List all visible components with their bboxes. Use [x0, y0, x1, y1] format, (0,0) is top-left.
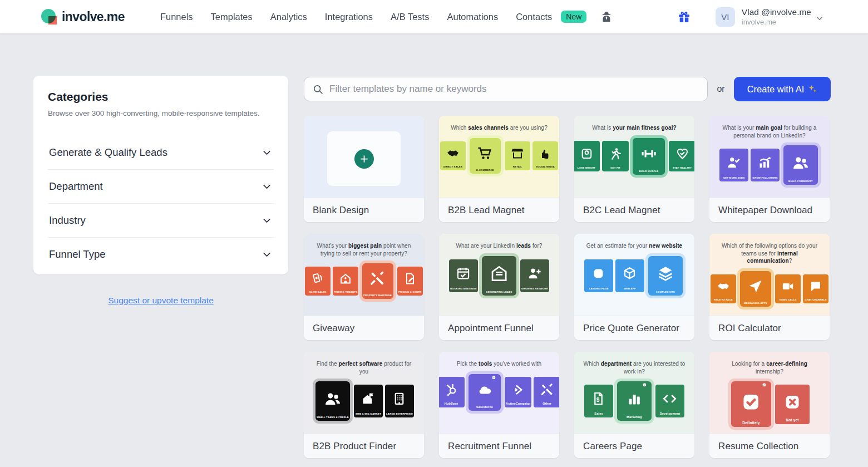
template-card-footer: Recruitment Funnel: [439, 434, 559, 458]
involve-me-logo[interactable]: involve.me: [41, 7, 125, 26]
user-avatar[interactable]: VI: [716, 7, 735, 27]
tile-label: Not yet: [776, 418, 808, 422]
suggest-link-wrap: Suggest or upvote template: [33, 296, 288, 306]
tile-hubspot: HubSpot: [439, 377, 465, 407]
brand-wordmark: involve.me: [62, 9, 125, 24]
search-row: or Create with AI: [304, 77, 831, 101]
template-card-careers-page[interactable]: Which department are you interested to w…: [574, 352, 694, 458]
template-card-whitepaper-download[interactable]: What is your main goal for building a pe…: [709, 116, 830, 222]
template-preview: Which of the following options do your t…: [709, 234, 830, 316]
tile-label: VIDEO CALLS: [776, 298, 800, 301]
template-card-footer: Price Quote Generator: [574, 316, 694, 340]
tile-label: PROPERTY MAINTENANCE: [363, 294, 392, 297]
tile-layers: COMPLEX SITE: [648, 256, 683, 296]
tile-label: FINDING TENANTS: [334, 291, 357, 293]
tile-runner: GET FIT: [602, 141, 629, 171]
tile-check-card: Definitely: [731, 381, 771, 427]
check-badge-icon: [492, 376, 499, 383]
categories-title: Categories: [48, 90, 274, 104]
chevron-down-icon[interactable]: [815, 13, 825, 23]
tile-person-plus: GROWING NETWORK: [520, 259, 549, 292]
template-card-footer: B2C Lead Magnet: [574, 198, 694, 222]
template-card-b2b-lead-magnet[interactable]: Which sales channels are you using?DIREC…: [439, 116, 559, 222]
tile-label: GET FIT: [603, 166, 628, 169]
template-preview: Find the perfect software product for yo…: [304, 352, 424, 434]
template-card-appointment-funnel[interactable]: What are your LinkedIn leads for?BOOKING…: [439, 234, 559, 340]
tile-code: Development: [655, 385, 684, 417]
detective-icon[interactable]: [600, 10, 613, 23]
tile-label: SLOW SALES: [306, 291, 329, 293]
tile-mail-open: GENERATING LEADS: [482, 256, 516, 296]
template-card-resume-collection[interactable]: Looking for a career-defining internship…: [709, 352, 830, 458]
new-badge: New: [561, 11, 586, 23]
tile-label: ActiveCampaign: [506, 402, 530, 405]
template-title: Recruitment Funnel: [448, 441, 531, 452]
nav-item-integrations[interactable]: Integrations: [325, 12, 373, 22]
category-label: Generate & Qualify Leads: [49, 146, 167, 159]
template-preview: Which department are you interested to w…: [574, 352, 694, 434]
gift-icon[interactable]: [677, 10, 691, 24]
template-card-blank-design[interactable]: Blank Design: [304, 116, 424, 222]
tile-label: SMALL TEAMS & FREELANCERS: [317, 416, 349, 419]
preview-question: Find the perfect software product for yo…: [313, 360, 415, 375]
tile-tools: PROPERTY MAINTENANCE: [362, 263, 393, 299]
template-title: B2B Lead Magnet: [448, 205, 525, 216]
categories-panel: Categories Browse over 300 high-converti…: [33, 76, 288, 274]
template-card-footer: Giveaway: [304, 316, 424, 340]
category-section-department[interactable]: Department: [48, 169, 274, 203]
chevron-down-icon: [261, 215, 273, 227]
tile-label: LANDING PAGE: [585, 287, 612, 290]
tile-dumbbell: BUILD MUSCLE: [633, 138, 665, 175]
nav-item-contacts[interactable]: Contacts: [516, 12, 552, 22]
tile-calendar-check: BOOKING MEETINGS: [449, 259, 478, 292]
template-card-recruitment-funnel[interactable]: Pick the tools you've worked withHubSpot…: [439, 352, 559, 458]
tile-label: LOSE WEIGHT: [574, 166, 599, 169]
template-card-roi-calculator[interactable]: Which of the following options do your t…: [709, 234, 830, 340]
tile-scale: LOSE WEIGHT: [574, 141, 600, 171]
user-menu[interactable]: Vlad @involve.me involve.me: [742, 7, 811, 26]
tile-invoice: $Sales: [584, 385, 613, 417]
suggest-upvote-link[interactable]: Suggest or upvote template: [108, 296, 214, 305]
nav-item-analytics[interactable]: Analytics: [270, 12, 307, 22]
logo-icon: [41, 7, 58, 26]
tile-thumb-up: SOCIAL MEDIA: [532, 141, 558, 170]
create-with-ai-button[interactable]: Create with AI: [734, 77, 831, 101]
tile-label: WEB APP: [617, 287, 643, 290]
template-card-price-quote-generator[interactable]: Get an estimate for your new websiteLAND…: [574, 234, 694, 340]
category-section-generate-qualify-leads[interactable]: Generate & Qualify Leads: [48, 136, 274, 169]
tile-label: GET MORE JOBS: [721, 176, 747, 179]
preview-question: What is your main goal for building a pe…: [718, 124, 821, 139]
tile-cube: WEB APP: [615, 259, 644, 292]
tile-label: Salesforce: [470, 405, 500, 409]
tile-label: FACE TO FACE: [712, 298, 735, 301]
category-label: Industry: [49, 214, 86, 227]
nav-item-templates[interactable]: Templates: [211, 12, 253, 22]
chevron-down-icon: [261, 249, 273, 260]
category-section-funnel-type[interactable]: Funnel Type: [48, 237, 274, 271]
template-preview: What are your LinkedIn leads for?BOOKING…: [439, 234, 559, 316]
tile-handshake: FACE TO FACE: [711, 274, 736, 303]
nav-item-funnels[interactable]: Funnels: [160, 12, 193, 22]
tile-chart-up: GROW FOLLOWERS: [751, 149, 780, 181]
search-input[interactable]: [329, 83, 699, 95]
tile-label: SOCIAL MEDIA: [534, 165, 557, 168]
tile-label: Definitely: [732, 421, 770, 425]
template-search[interactable]: [304, 77, 708, 101]
preview-question: Which sales channels are you using?: [448, 124, 550, 132]
check-badge-icon: [643, 383, 650, 390]
top-nav: involve.me FunnelsTemplatesAnalyticsInte…: [0, 0, 868, 33]
template-preview: What is your main goal for building a pe…: [709, 116, 830, 198]
nav-item-automations[interactable]: Automations: [447, 12, 498, 22]
tile-video: VIDEO CALLS: [775, 274, 801, 303]
nav-item-a-b-tests[interactable]: A/B Tests: [391, 12, 429, 22]
category-label: Department: [49, 180, 103, 193]
tile-doc-edit: PRICING & CONTRACTS: [397, 267, 423, 296]
template-card-b2c-lead-magnet[interactable]: What is your main fitness goal?LOSE WEIG…: [574, 116, 694, 222]
template-card-b2b-product-finder[interactable]: Find the perfect software product for yo…: [304, 352, 424, 458]
template-card-giveaway[interactable]: What's your biggest pain point when tryi…: [304, 234, 424, 340]
tile-label: STAY HEALTHY: [670, 166, 694, 169]
template-title: Appointment Funnel: [448, 323, 534, 334]
template-card-footer: B2B Lead Magnet: [439, 198, 559, 222]
search-icon: [312, 83, 324, 95]
category-section-industry[interactable]: Industry: [48, 203, 274, 237]
